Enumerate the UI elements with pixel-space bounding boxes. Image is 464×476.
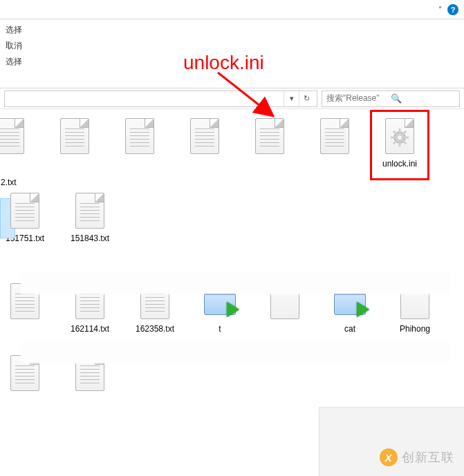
redaction-smudge [21, 272, 450, 294]
search-placeholder: 搜索"Release" [326, 93, 391, 104]
svg-rect-8 [391, 137, 395, 139]
file-item[interactable] [53, 117, 97, 173]
text-file-icon [9, 192, 41, 229]
play-overlay-icon [227, 302, 239, 317]
title-bar: ˄ ? [0, 0, 464, 19]
file-item[interactable] [118, 117, 162, 173]
text-file-icon [189, 117, 221, 155]
svg-rect-4 [405, 137, 409, 139]
file-label: unlock.ini [382, 159, 417, 170]
file-item[interactable]: unlock.ini [378, 117, 422, 173]
play-overlay-icon [357, 302, 369, 317]
search-input[interactable]: 搜索"Release" 🔍 [322, 91, 460, 107]
text-file-icon [59, 117, 91, 155]
file-item[interactable] [0, 117, 32, 173]
refresh-icon[interactable]: ↻ [299, 91, 314, 106]
file-label: 162114.txt [71, 324, 109, 335]
collapse-ribbon-icon[interactable]: ˄ [437, 4, 443, 15]
text-file-icon [124, 117, 156, 155]
help-icon[interactable]: ? [447, 4, 458, 15]
text-file-icon [319, 117, 351, 155]
address-bar[interactable]: ▾ ↻ [4, 91, 317, 107]
file-item[interactable]: 151843.txt [68, 192, 112, 245]
cropped-label: 2.txt [1, 178, 17, 187]
gear-icon [391, 128, 409, 146]
ribbon-item[interactable]: 取消 [3, 38, 25, 54]
text-file-icon [0, 117, 26, 155]
ribbon: 选择 取消 选择 [0, 19, 464, 88]
text-file-icon [74, 192, 106, 229]
text-file-icon [254, 117, 286, 155]
file-item[interactable] [313, 117, 357, 173]
file-label: Phihong [400, 324, 430, 335]
redaction-smudge [21, 341, 450, 363]
search-icon[interactable]: 🔍 [391, 93, 455, 104]
svg-rect-2 [399, 128, 401, 133]
file-label: t [219, 324, 221, 335]
svg-point-1 [398, 135, 402, 140]
ribbon-item[interactable]: 选择 [3, 54, 25, 70]
svg-rect-6 [399, 142, 401, 146]
ribbon-item[interactable]: 选择 [3, 22, 25, 38]
file-item[interactable] [248, 117, 292, 173]
address-row: ▾ ↻ 搜索"Release" 🔍 [0, 88, 464, 109]
file-label: 151843.txt [71, 234, 109, 245]
address-dropdown-icon[interactable]: ▾ [284, 91, 299, 106]
file-item[interactable] [183, 117, 227, 173]
file-label: 162358.txt [136, 324, 174, 335]
file-label: cat [344, 324, 355, 335]
ribbon-group-select: 选择 取消 选择 [0, 22, 25, 85]
footer-strip [319, 407, 464, 476]
ini-file-icon [384, 117, 416, 155]
